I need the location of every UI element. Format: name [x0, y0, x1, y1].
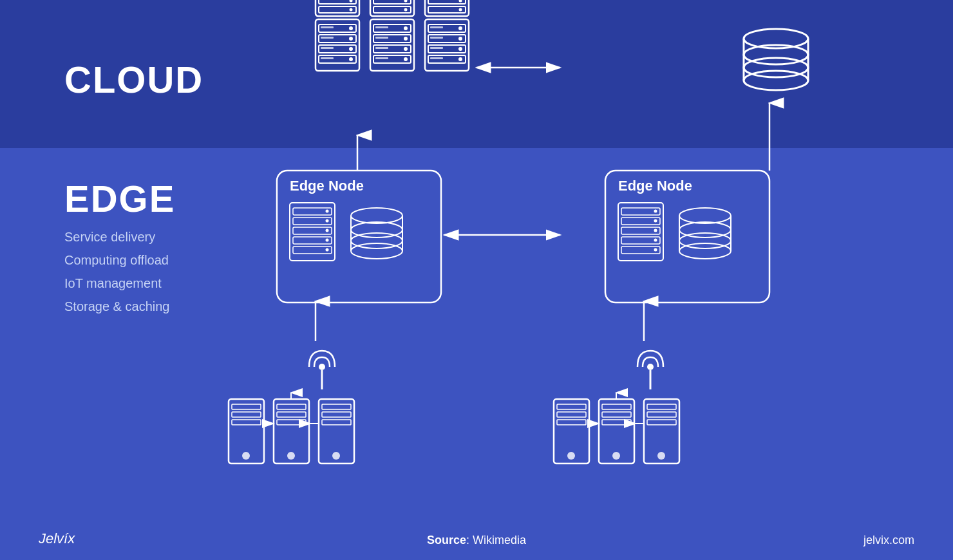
brand-footer: Jelvíx [39, 530, 75, 547]
source-footer: Source: Wikimedia [427, 534, 526, 547]
website-footer: jelvix.com [863, 534, 914, 547]
cloud-label: CLOUD [64, 58, 203, 101]
edge-desc-line3: IoT management [64, 272, 169, 295]
edge-description: Service delivery Computing offload IoT m… [64, 225, 169, 318]
edge-desc-line2: Computing offload [64, 248, 169, 272]
edge-desc-line4: Storage & caching [64, 295, 169, 318]
source-label: Source [427, 534, 466, 546]
source-value: : Wikimedia [466, 534, 526, 546]
main-container: CLOUD EDGE Service delivery Computing of… [0, 0, 953, 560]
edge-label: EDGE [64, 177, 175, 220]
edge-desc-line1: Service delivery [64, 225, 169, 248]
